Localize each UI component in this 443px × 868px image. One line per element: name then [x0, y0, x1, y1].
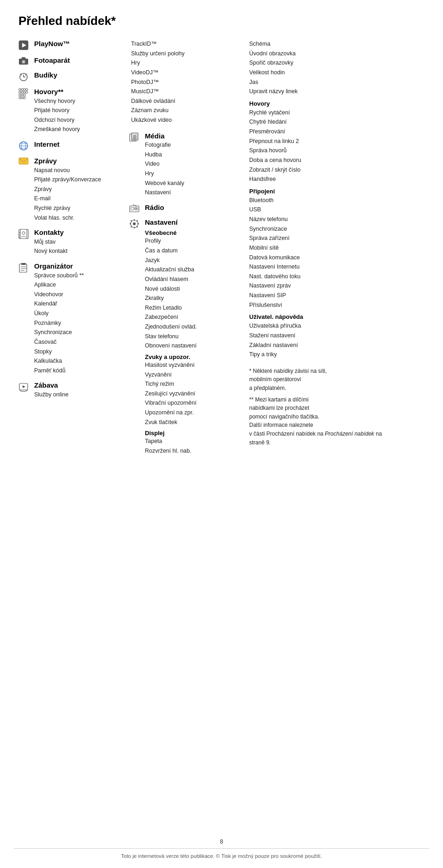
pripojeni-col3-title: Připojení: [249, 188, 425, 195]
playnow-title: PlayNow™: [34, 40, 70, 48]
list-item: Fotoaparát: [18, 56, 125, 65]
radio-title: Rádio: [145, 204, 164, 211]
radio-icon: [129, 204, 141, 212]
kontakty-subitems: Můj stav Nový kontakt: [34, 237, 125, 256]
zabava-subitems: Služby online: [34, 390, 125, 400]
footnote-italic: Procházení nabídek: [325, 431, 374, 437]
list-item: Internet: [18, 140, 125, 151]
hovory-title: Hovory**: [34, 88, 63, 96]
svg-rect-3: [22, 57, 25, 59]
svg-rect-13: [24, 89, 25, 90]
svg-rect-21: [24, 94, 25, 96]
media-subitems: Fotografie Hudba Video Hry Webové kanály…: [145, 140, 245, 198]
columns-wrapper: PlayNow™ Fotoaparát: [18, 39, 425, 461]
svg-point-51: [134, 136, 135, 137]
vseobeche-subtitle: Všeobecné: [145, 229, 245, 236]
svg-rect-17: [24, 91, 25, 93]
list-item: Média Fotografie Hudba Video Hry Webové …: [129, 132, 245, 198]
svg-rect-14: [26, 89, 28, 90]
organizator-subitems: Správce souborů ** Aplikace Videohovor K…: [34, 271, 125, 376]
column-2: TrackID™ Služby určení polohy Hry VideoD…: [125, 39, 245, 461]
page-number: 8: [220, 838, 223, 845]
top-items-list: TrackID™ Služby určení polohy Hry VideoD…: [131, 39, 245, 125]
col3-hovory: Hovory Rychlé vytáčení Chytré hledání Př…: [249, 100, 425, 184]
column-3: Schéma Úvodní obrazovka Spořič obrazovky…: [245, 39, 425, 447]
hovory-col3-title: Hovory: [249, 100, 425, 107]
playnow-icon: [18, 40, 30, 50]
organizator-icon: [18, 263, 30, 273]
svg-rect-22: [19, 97, 21, 99]
svg-point-60: [133, 222, 136, 225]
svg-rect-39: [21, 263, 26, 265]
alarm-icon: [18, 72, 30, 82]
svg-rect-12: [21, 89, 23, 90]
svg-rect-15: [19, 91, 21, 93]
hovory-icon: [18, 88, 30, 100]
zpravy-icon: [18, 157, 30, 166]
list-item: Organizátor Správce souborů ** Aplikace …: [18, 262, 125, 375]
uzivatel-col3-title: Uživatel. nápověda: [249, 313, 425, 320]
svg-rect-24: [24, 97, 25, 99]
svg-rect-16: [21, 91, 23, 93]
svg-point-56: [136, 208, 137, 209]
list-item: Hovory** Všechny hovory Přijaté hovory O…: [18, 87, 125, 134]
svg-point-37: [22, 232, 25, 234]
budiky-title: Budíky: [34, 71, 57, 79]
svg-rect-19: [19, 94, 21, 96]
svg-point-5: [23, 61, 25, 63]
svg-line-68: [131, 226, 132, 227]
zpravy-title: Zprávy: [34, 157, 57, 165]
col3-uzivatel: Uživatel. nápověda Uživatelská příručka …: [249, 313, 425, 359]
footnotes: * Některé nabídky závisí na síti, mobiln…: [249, 367, 406, 447]
svg-rect-18: [26, 91, 28, 93]
list-item: Budíky: [18, 71, 125, 82]
svg-rect-57: [131, 207, 134, 210]
zvuky-items: Hlasitost vyzvánění Vyzvánění Tichý reži…: [145, 360, 245, 427]
page-container: Přehled nabídek* PlayNow™: [0, 0, 443, 868]
list-item: Kontakty Můj stav Nový kontakt: [18, 228, 125, 256]
internet-icon: [18, 141, 30, 151]
list-item: Nastavení Všeobecné Profily Čas a datum …: [129, 218, 245, 456]
col3-pripojeni: Připojení Bluetooth USB Název telefonu S…: [249, 188, 425, 310]
zabava-title: Zábava: [34, 381, 58, 389]
zpravy-subitems: Napsat novou Přijaté zprávy/Konverzace Z…: [34, 166, 125, 223]
column-1: PlayNow™ Fotoaparát: [18, 39, 125, 405]
svg-line-66: [137, 226, 138, 227]
svg-line-65: [131, 220, 132, 221]
list-item: Rádio: [129, 203, 245, 212]
displej-items: Tapeta Rozvržení hl. nab.: [145, 437, 245, 455]
nastaveni-icon: [129, 219, 141, 229]
hovory-subitems: Všechny hovory Přijaté hovory Odchozí ho…: [34, 96, 125, 135]
media-title: Média: [145, 132, 165, 140]
vseobeche-items: Profily Čas a datum Jazyk Aktualizační s…: [145, 236, 245, 351]
list-item: Zábava Služby online: [18, 381, 125, 399]
svg-marker-44: [23, 385, 25, 388]
svg-rect-20: [21, 94, 23, 96]
list-item: PlayNow™: [18, 39, 125, 50]
col2-top-items: TrackID™ Služby určení polohy Hry VideoD…: [129, 39, 245, 125]
svg-rect-38: [19, 264, 27, 272]
svg-rect-30: [19, 158, 28, 164]
organizator-title: Organizátor: [34, 262, 73, 270]
footer-text: Toto je internetová verze této publikace…: [14, 848, 429, 859]
fotoaparat-title: Fotoaparát: [34, 56, 70, 64]
col3-top-items: Schéma Úvodní obrazovka Spořič obrazovky…: [249, 39, 425, 96]
zvuky-subtitle: Zvuky a upozor.: [145, 353, 245, 360]
internet-title: Internet: [34, 140, 60, 148]
page-title: Přehled nabídek*: [18, 14, 425, 28]
svg-rect-23: [21, 97, 23, 99]
zabava-icon: [18, 382, 30, 392]
camera-icon: [18, 57, 30, 65]
displej-subtitle: Displej: [145, 430, 245, 437]
list-item: Zprávy Napsat novou Přijaté zprávy/Konve…: [18, 156, 125, 222]
kontakty-icon: [18, 229, 30, 239]
media-icon: [129, 132, 141, 143]
nastaveni-title: Nastavení: [145, 218, 178, 226]
svg-rect-11: [19, 89, 21, 90]
kontakty-title: Kontakty: [34, 228, 64, 236]
svg-line-67: [137, 220, 138, 221]
